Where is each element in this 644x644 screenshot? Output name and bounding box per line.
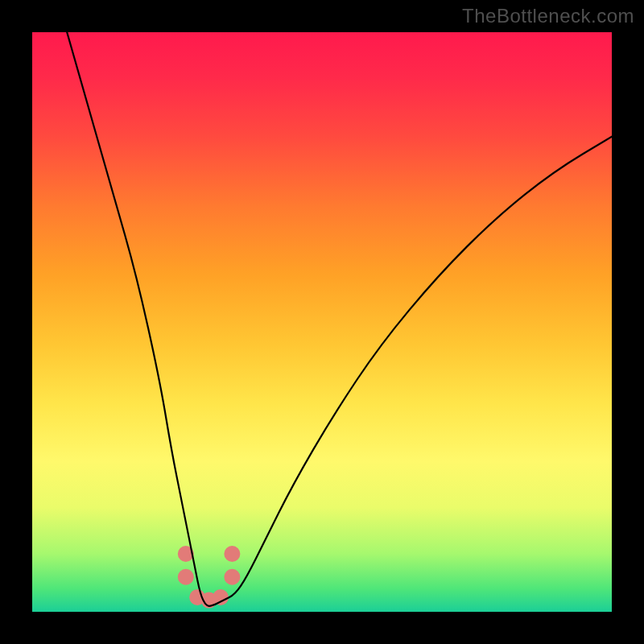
- chart-plot-area: [32, 32, 612, 612]
- watermark-text: TheBottleneck.com: [462, 5, 634, 27]
